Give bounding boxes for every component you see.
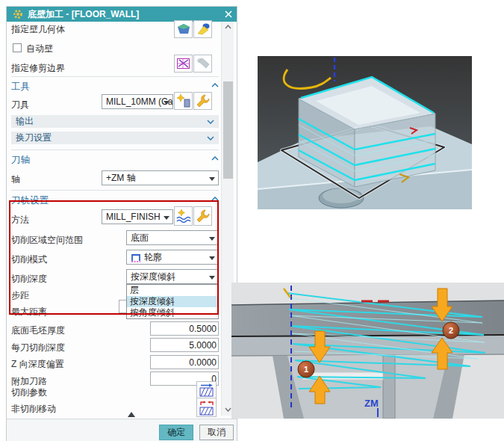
dropdown-option-depth-ramp[interactable]: 按深度倾斜 <box>127 296 218 307</box>
chevron-down-icon <box>207 120 214 124</box>
dropdown-option-layer[interactable]: 层 <box>127 285 218 296</box>
step-badge-2-number: 2 <box>449 326 453 335</box>
method-label: 方法 <box>11 215 29 225</box>
stepover-label: 步距 <box>11 290 29 300</box>
method-edit-icon <box>175 208 192 224</box>
tool-combo[interactable]: MILL_10MM (Ca <box>102 94 173 109</box>
step-badge-2: 2 <box>443 322 459 339</box>
chevron-down-icon <box>209 276 215 280</box>
axis-combo-value: +ZM 轴 <box>106 172 136 185</box>
group-tool-change-label: 换刀设置 <box>16 132 52 144</box>
cancel-button[interactable]: 取消 <box>199 425 234 440</box>
cut-range-combo[interactable]: 底面 <box>126 230 219 245</box>
cut-mode-combo[interactable]: 轮廓 <box>126 250 219 265</box>
section-axis-header: 刀轴 <box>11 154 30 167</box>
floor-wall-dialog: 底壁加工 - [FLOOR_WALL] 指定壁几何体 自动壁 指定修剪边界 工具… <box>6 6 237 441</box>
section-path-header: 刀轨设置 <box>11 194 49 207</box>
chevron-up-icon[interactable] <box>211 197 219 201</box>
floor-stock-label: 底面毛坯厚度 <box>11 325 65 336</box>
part-center-stem <box>383 355 395 419</box>
divider <box>11 149 219 150</box>
display-trim-button[interactable] <box>193 55 212 73</box>
dialog-footer: 确定 取消 <box>7 419 237 441</box>
tool-combo-value: MILL_10MM (Ca <box>106 96 172 107</box>
axis-label: 轴 <box>11 174 20 185</box>
cut-mode-value: 轮廓 <box>144 251 162 264</box>
chevron-down-icon <box>207 136 214 141</box>
new-tool-button[interactable] <box>174 92 193 110</box>
cut-depth-value: 按深度倾斜 <box>131 271 175 283</box>
non-cutting-label: 非切削移动 <box>11 404 56 414</box>
cut-depth-label: 切削深度 <box>11 274 47 284</box>
method-tools-button[interactable] <box>193 206 212 226</box>
divider <box>11 76 219 77</box>
wrench-icon <box>195 209 211 223</box>
depth-per-cut-label: 每刀切削深度 <box>11 342 65 353</box>
chevron-up-icon[interactable] <box>211 156 219 161</box>
profile-mode-icon <box>131 253 141 262</box>
non-cutting-button[interactable] <box>196 398 217 417</box>
z-offset-label: Z 向深度偏置 <box>11 359 64 369</box>
zm-axis-label: ZM <box>364 398 379 409</box>
model-3d-view <box>258 56 472 209</box>
step-badge-1: 1 <box>298 361 314 377</box>
method-combo[interactable]: MILL_FINISH <box>102 209 173 224</box>
collapse-triangle-icon[interactable] <box>128 412 135 417</box>
ok-button[interactable]: 确定 <box>159 425 193 440</box>
toolpath-preview: 1 2 ZM <box>231 283 504 419</box>
chevron-down-icon <box>209 237 215 241</box>
dialog-title: 底壁加工 - [FLOOR_WALL] <box>28 8 220 21</box>
cutting-params-icon <box>199 383 215 398</box>
cutting-params-label: 切削参数 <box>11 387 47 398</box>
flashlight-gray-icon <box>196 57 211 70</box>
screenshot-root: 底壁加工 - [FLOOR_WALL] 指定壁几何体 自动壁 指定修剪边界 工具… <box>0 0 504 447</box>
chevron-down-icon <box>164 216 169 220</box>
axis-combo[interactable]: +ZM 轴 <box>102 170 219 185</box>
chevron-down-icon <box>164 101 169 105</box>
extra-passes-label: 附加刀路 <box>11 376 47 386</box>
display-wall-button[interactable] <box>193 20 212 38</box>
flashlight-icon <box>196 22 211 36</box>
method-combo-value: MILL_FINISH <box>106 212 161 222</box>
section-tool-header: 工具 <box>11 81 30 93</box>
wall-geometry-label: 指定壁几何体 <box>11 24 65 34</box>
z-offset-field[interactable]: 0.0000 <box>150 355 219 369</box>
wall-geometry-icon <box>176 22 191 36</box>
cut-depth-combo[interactable]: 按深度倾斜 <box>126 269 219 284</box>
chevron-up-icon[interactable] <box>211 83 219 87</box>
floor-stock-field[interactable]: 0.5000 <box>150 321 219 336</box>
wrench-icon <box>195 93 211 108</box>
cutting-params-button[interactable] <box>196 381 217 399</box>
tool-label: 刀具 <box>11 99 29 110</box>
trim-boundary-icon <box>176 57 191 70</box>
scroll-up-icon[interactable] <box>225 25 231 29</box>
gear-icon <box>13 9 23 19</box>
dropdown-option-angle-ramp[interactable]: 按角度倾斜 <box>127 307 218 318</box>
step-badge-1-number: 1 <box>304 365 308 374</box>
group-output-label: 输出 <box>16 115 34 128</box>
chevron-down-icon <box>209 256 215 260</box>
group-tool-change[interactable]: 换刀设置 <box>11 132 219 144</box>
select-wall-button[interactable] <box>174 20 193 38</box>
auto-wall-label: 自动壁 <box>26 43 53 54</box>
group-output[interactable]: 输出 <box>11 115 219 128</box>
close-icon[interactable] <box>220 10 237 18</box>
cut-range-label: 切削区域空间范围 <box>11 235 83 245</box>
scrollbar-thumb[interactable] <box>223 81 233 179</box>
new-tool-icon <box>175 93 192 108</box>
trim-boundary-label: 指定修剪边界 <box>11 63 65 73</box>
scroll-down-icon[interactable] <box>225 407 231 412</box>
tool-settings-button[interactable] <box>193 92 212 110</box>
cut-mode-label: 切削模式 <box>11 254 47 265</box>
edit-method-button[interactable] <box>174 206 193 226</box>
cut-range-value: 底面 <box>131 232 149 244</box>
depth-per-cut-field[interactable]: 5.0000 <box>150 338 219 352</box>
dialog-titlebar[interactable]: 底壁加工 - [FLOOR_WALL] <box>7 7 237 22</box>
chevron-down-icon <box>209 177 215 181</box>
depth-dropdown-list: 层 按深度倾斜 按角度倾斜 <box>126 284 219 319</box>
auto-wall-checkbox[interactable] <box>13 43 22 52</box>
select-trim-button[interactable] <box>174 55 193 73</box>
max-distance-label: 最大距离 <box>11 306 47 317</box>
non-cutting-icon <box>199 399 215 416</box>
divider <box>11 190 219 191</box>
